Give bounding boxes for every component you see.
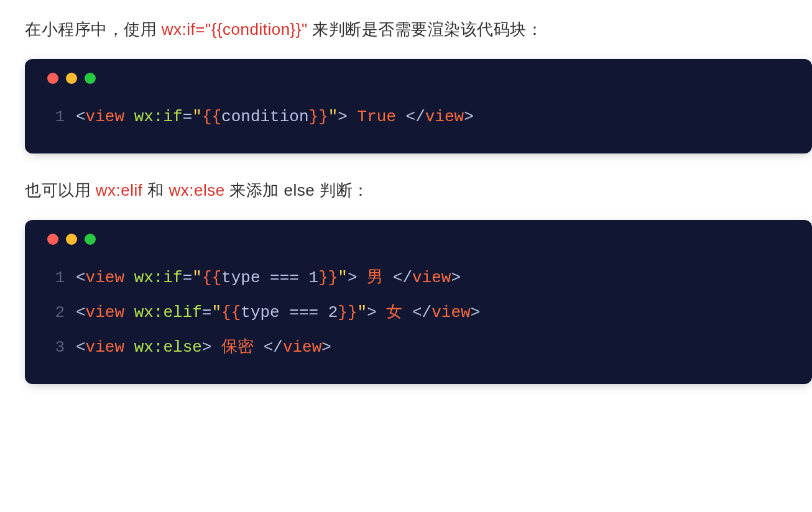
token-punct: > [348, 268, 358, 287]
token-punct: > [451, 268, 461, 287]
window-controls [25, 220, 812, 256]
token-brace: }} [338, 303, 357, 322]
zoom-icon [85, 234, 96, 245]
token-txt: 保密 [211, 338, 263, 357]
token-punct: > [471, 303, 481, 322]
zoom-icon [85, 73, 96, 84]
token-attr: wx:elif [134, 303, 202, 322]
token-brace: {{ [221, 303, 241, 322]
code-body: 1<view wx:if="{{condition}}"> True </vie… [25, 95, 812, 153]
token-close: view [431, 303, 470, 322]
token-op: = [183, 107, 193, 126]
code-line: 2<view wx:elif="{{type === 2}}"> 女 </vie… [25, 296, 812, 331]
line-number: 1 [25, 100, 76, 135]
text: 在小程序中，使用 [25, 20, 162, 39]
line-number: 2 [25, 296, 76, 331]
token-op: = [202, 303, 212, 322]
inline-code-wx-if: wx:if="{{condition}}" [162, 20, 308, 39]
token-brace: }} [318, 268, 338, 287]
token-punct: < [76, 268, 86, 287]
token-str: " [192, 107, 202, 126]
minimize-icon [66, 73, 77, 84]
token-txt: 女 [377, 303, 412, 322]
line-number: 1 [25, 261, 76, 296]
token-op: = [183, 268, 193, 287]
token-punct [124, 268, 134, 287]
code-line: 1<view wx:if="{{condition}}"> True </vie… [25, 100, 812, 135]
token-tag: view [86, 268, 124, 287]
token-tag: view [86, 338, 124, 357]
token-close: view [412, 268, 451, 287]
token-punct: > [202, 338, 212, 357]
token-punct [124, 107, 134, 126]
token-close: view [283, 338, 321, 357]
token-punct: </ [412, 303, 431, 322]
close-icon [47, 73, 58, 84]
token-punct: </ [393, 268, 412, 287]
token-expr: type === 1 [221, 268, 318, 287]
token-punct: < [76, 107, 86, 126]
token-attr: wx:if [134, 107, 183, 126]
token-punct: < [76, 303, 86, 322]
token-expr: type === 2 [241, 303, 338, 322]
token-attr: wx:if [134, 268, 183, 287]
code-block-2: 1<view wx:if="{{type === 1}}"> 男 </view>… [25, 220, 812, 384]
token-brace: {{ [202, 268, 221, 287]
inline-code-wx-elif: wx:elif [96, 181, 143, 199]
text: 来判断是否需要渲染该代码块： [308, 20, 543, 39]
token-str: " [211, 303, 221, 322]
text: 和 [142, 181, 168, 199]
token-punct: > [321, 338, 331, 357]
code-content: <view wx:if="{{type === 1}}"> 男 </view> [76, 261, 461, 296]
token-punct: < [76, 338, 86, 357]
token-punct [124, 338, 134, 357]
code-line: 1<view wx:if="{{type === 1}}"> 男 </view> [25, 261, 812, 296]
token-punct: </ [264, 338, 283, 357]
token-attr: wx:else [134, 338, 202, 357]
token-punct [124, 303, 134, 322]
code-content: <view wx:if="{{condition}}"> True </view… [76, 100, 474, 135]
text: 来添加 else 判断： [225, 181, 369, 199]
token-tag: view [86, 107, 124, 126]
token-close: view [425, 107, 464, 126]
intro-paragraph-2: 也可以用 wx:elif 和 wx:else 来添加 else 判断： [0, 178, 812, 203]
token-str: " [192, 268, 202, 287]
minimize-icon [66, 234, 77, 245]
token-brace: }} [309, 107, 328, 126]
text: 也可以用 [25, 181, 96, 199]
token-str: " [328, 107, 338, 126]
token-punct: > [367, 303, 377, 322]
code-body: 1<view wx:if="{{type === 1}}"> 男 </view>… [25, 256, 812, 384]
token-str: " [358, 303, 367, 322]
token-punct: </ [406, 107, 425, 126]
code-content: <view wx:elif="{{type === 2}}"> 女 </view… [76, 296, 480, 331]
line-number: 3 [25, 331, 76, 365]
token-brace: {{ [202, 107, 221, 126]
code-content: <view wx:else> 保密 </view> [76, 331, 331, 365]
inline-code-wx-else: wx:else [168, 181, 224, 199]
intro-paragraph-1: 在小程序中，使用 wx:if="{{condition}}" 来判断是否需要渲染… [0, 17, 812, 42]
code-line: 3<view wx:else> 保密 </view> [25, 331, 812, 365]
token-txt: 男 [358, 268, 393, 287]
close-icon [47, 234, 58, 245]
token-tag: view [86, 303, 124, 322]
token-punct: > [338, 107, 348, 126]
token-punct: > [464, 107, 474, 126]
code-block-1: 1<view wx:if="{{condition}}"> True </vie… [25, 59, 812, 153]
token-expr: condition [221, 107, 308, 126]
window-controls [25, 59, 812, 95]
token-str: " [338, 268, 348, 287]
token-txt: True [348, 107, 406, 126]
